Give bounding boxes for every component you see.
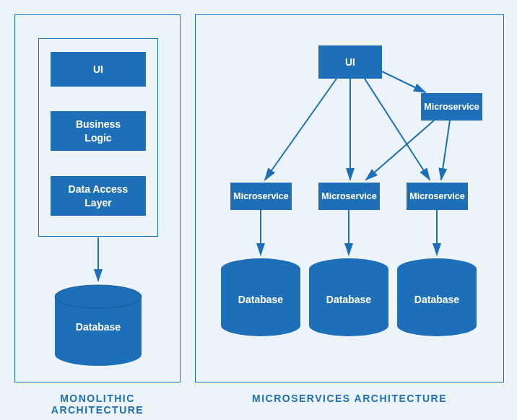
svg-point-19 — [309, 315, 388, 336]
monolith-database: Database — [53, 284, 144, 367]
svg-point-16 — [221, 315, 300, 336]
svg-line-9 — [366, 121, 434, 180]
monolithic-caption: MONOLITHIC ARCHITECTURE — [14, 393, 181, 416]
microservice-b: Microservice — [318, 183, 380, 210]
database-c: Database — [395, 258, 479, 337]
database-a: Database — [219, 258, 303, 337]
ui-label: UI — [93, 63, 103, 76]
microservice-top: Microservice — [421, 93, 482, 121]
microservices-panel: UI Microservice Microservice Microservic… — [195, 14, 504, 382]
ms-ui-block: UI — [318, 45, 382, 79]
microservice-a-label: Microservice — [233, 191, 288, 202]
data-access-label: Data Access Layer — [69, 183, 129, 209]
microservice-b-label: Microservice — [321, 191, 376, 202]
microservice-c-label: Microservice — [409, 191, 464, 202]
svg-line-10 — [441, 121, 450, 180]
svg-line-6 — [265, 79, 336, 180]
ms-ui-label: UI — [345, 56, 355, 69]
database-c-label: Database — [395, 294, 479, 305]
monolithic-inner-box: UI Business Logic Data Access Layer — [38, 38, 158, 237]
microservice-c: Microservice — [407, 183, 468, 210]
svg-line-5 — [382, 71, 425, 92]
monolith-database-label: Database — [53, 321, 144, 333]
business-logic-block: Business Logic — [51, 111, 146, 151]
business-logic-label: Business Logic — [76, 118, 121, 144]
microservices-caption: MICROSERVICES ARCHITECTURE — [195, 393, 504, 404]
data-access-block: Data Access Layer — [51, 176, 146, 216]
database-a-label: Database — [219, 294, 303, 305]
microservice-a: Microservice — [230, 183, 292, 210]
svg-line-8 — [365, 79, 430, 180]
database-b: Database — [307, 258, 391, 337]
svg-point-3 — [55, 343, 142, 366]
microservice-top-label: Microservice — [424, 101, 479, 113]
svg-point-22 — [397, 315, 477, 336]
database-b-label: Database — [307, 294, 391, 305]
monolithic-panel: UI Business Logic Data Access Layer Data… — [14, 14, 181, 382]
ui-block: UI — [51, 52, 146, 87]
